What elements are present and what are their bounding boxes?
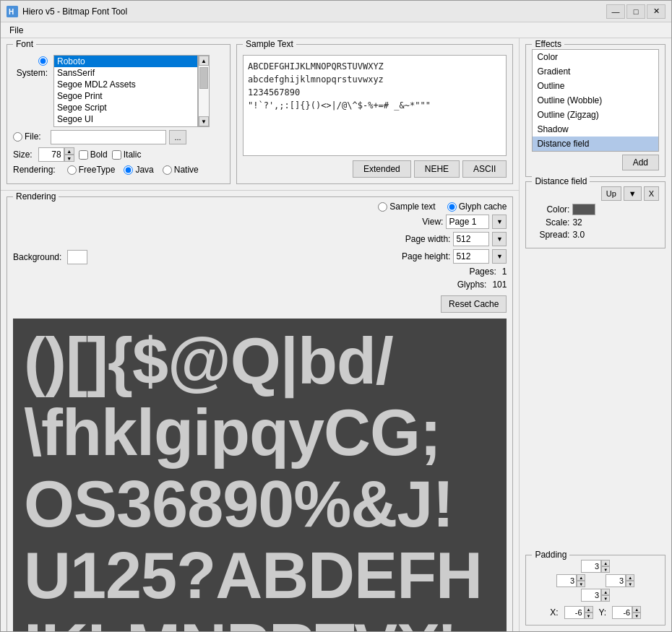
left-panel: Font System: Roboto SansSeri <box>1 38 520 631</box>
font-list-item[interactable]: Segoe Script <box>54 102 197 113</box>
x-spin-down[interactable]: ▼ <box>585 612 593 619</box>
ascii-button[interactable]: ASCII <box>462 160 507 178</box>
df-delete-button[interactable]: X <box>644 186 659 201</box>
padding-right-input-group: ▲ ▼ <box>606 574 634 587</box>
padding-top-up[interactable]: ▲ <box>601 560 610 566</box>
padding-top-input[interactable] <box>581 560 601 573</box>
bold-checkbox-label: Bold <box>79 150 108 160</box>
page-height-input[interactable] <box>453 249 489 264</box>
padding-bottom-input-group: ▲ ▼ <box>581 589 610 602</box>
file-path-input[interactable] <box>51 130 166 144</box>
padding-left-input[interactable] <box>556 574 577 587</box>
background-color-picker[interactable] <box>67 250 87 264</box>
scroll-thumb[interactable] <box>199 67 208 89</box>
effect-outline[interactable]: Outline <box>533 79 658 93</box>
java-radio[interactable] <box>124 165 133 175</box>
effect-shadow[interactable]: Shadow <box>533 122 658 137</box>
effect-distance-field[interactable]: Distance field <box>533 137 658 151</box>
glyphs-value: 101 <box>492 280 507 290</box>
sample-text-box[interactable]: ABCDEFGHIJKLMNOPQRSTUVWXYZ abcdefghijklm… <box>243 55 507 156</box>
view-input[interactable] <box>446 215 489 229</box>
italic-checkbox-label: Italic <box>112 150 142 160</box>
page-height-dropdown-btn[interactable]: ▼ <box>492 249 507 264</box>
font-list-item[interactable]: Segoe MDL2 Assets <box>54 79 197 90</box>
rendering-group-title: Rendering <box>13 191 59 202</box>
bold-checkbox[interactable] <box>79 150 88 160</box>
effect-outline-zigzag[interactable]: Outline (Zigzag) <box>533 108 658 122</box>
rendering-group: Rendering Background: Sample text <box>7 196 513 631</box>
padding-bottom-spin: ▲ ▼ <box>601 589 610 602</box>
file-radio[interactable] <box>13 132 22 142</box>
font-list-item[interactable]: Segoe Print <box>54 90 197 102</box>
effects-list: Color Gradient Outline Outline (Wobble) … <box>532 49 659 152</box>
extended-button[interactable]: Extended <box>353 160 411 178</box>
padding-left-up[interactable]: ▲ <box>577 574 585 581</box>
scroll-up-btn[interactable]: ▲ <box>199 56 209 66</box>
background-label: Background: <box>13 252 61 262</box>
sample-line-3: 1234567890 <box>248 86 501 99</box>
nehe-button[interactable]: NEHE <box>414 160 460 178</box>
y-spin-up[interactable]: ▲ <box>632 606 641 612</box>
size-input[interactable] <box>38 147 64 162</box>
size-input-group: ▲ ▼ <box>38 147 74 162</box>
maximize-button[interactable]: □ <box>626 4 645 19</box>
padding-left-down[interactable]: ▼ <box>577 581 585 587</box>
padding-right-input[interactable] <box>606 574 626 587</box>
freetype-radio[interactable] <box>67 165 77 175</box>
page-width-dropdown-btn[interactable]: ▼ <box>492 232 507 246</box>
font-list-scrollbar[interactable]: ▲ ▼ <box>198 55 210 127</box>
browse-button[interactable]: ... <box>169 130 186 144</box>
y-input[interactable] <box>612 606 632 619</box>
df-color-picker[interactable] <box>572 204 595 215</box>
view-dropdown-btn[interactable]: ▼ <box>492 215 507 229</box>
add-effect-button[interactable]: Add <box>622 155 659 170</box>
minimize-button[interactable]: — <box>606 4 625 19</box>
sample-text-view-radio[interactable] <box>378 202 387 212</box>
padding-bottom-input[interactable] <box>581 589 601 602</box>
padding-bottom-down[interactable]: ▼ <box>601 595 610 602</box>
padding-top-down[interactable]: ▼ <box>601 566 610 573</box>
scroll-down-btn[interactable]: ▼ <box>199 116 209 126</box>
df-down-button[interactable]: ▼ <box>624 186 642 201</box>
effect-color[interactable]: Color <box>533 50 658 64</box>
effect-gradient[interactable]: Gradient <box>533 64 658 79</box>
svg-text:H: H <box>9 8 14 16</box>
x-input[interactable] <box>564 606 585 619</box>
padding-right-up[interactable]: ▲ <box>626 574 634 581</box>
menu-file[interactable]: File <box>4 24 29 37</box>
rendering-radio-row: Rendering: FreeType Java Native <box>13 165 224 175</box>
right-panel: Effects Color Gradient Outline Outline (… <box>520 38 671 631</box>
padding-bottom-up[interactable]: ▲ <box>601 589 610 595</box>
x-spin-up[interactable]: ▲ <box>585 606 593 612</box>
reset-cache-button[interactable]: Reset Cache <box>441 295 507 313</box>
x-label: X: <box>550 607 558 618</box>
sample-line-1: ABCDEFGHIJKLMNOPQRSTUVWXYZ <box>248 60 501 73</box>
padding-right-spin: ▲ ▼ <box>626 574 634 587</box>
size-spin-down[interactable]: ▼ <box>64 155 74 162</box>
x-input-group: ▲ ▼ <box>564 606 593 619</box>
padding-top-spin: ▲ ▼ <box>601 560 610 573</box>
sample-text-radio-label: Sample text <box>378 202 435 212</box>
native-radio[interactable] <box>163 165 172 175</box>
pages-info-row: Pages: 1 <box>469 267 507 277</box>
padding-right-down[interactable]: ▼ <box>626 581 634 587</box>
glyph-cache-radio[interactable] <box>447 202 457 212</box>
padding-grid: ▲ ▼ ▲ ▼ <box>532 560 659 619</box>
sample-text-section: Sample Text ABCDEFGHIJKLMNOPQRSTUVWXYZ a… <box>236 44 513 184</box>
page-width-input[interactable] <box>453 232 489 246</box>
glyph-display: ()[]{$@Q|bd/\fhklgipqyCG;OS36890%&J!U125… <box>13 319 507 631</box>
effect-outline-wobble[interactable]: Outline (Wobble) <box>533 93 658 108</box>
italic-checkbox[interactable] <box>112 150 121 160</box>
df-up-button[interactable]: Up <box>601 186 621 201</box>
y-spin-down[interactable]: ▼ <box>632 612 641 619</box>
font-list-item[interactable]: SansSerif <box>54 67 197 79</box>
close-button[interactable]: ✕ <box>647 4 665 19</box>
font-list-item[interactable]: Roboto <box>54 56 197 67</box>
font-list-item[interactable]: Segoe UI <box>54 113 197 125</box>
system-radio[interactable] <box>38 56 48 66</box>
sample-btn-row: Extended NEHE ASCII <box>243 160 507 178</box>
file-font-row: File: ... <box>13 130 224 144</box>
page-height-row: Page height: ▼ <box>402 249 507 264</box>
font-list[interactable]: Roboto SansSerif Segoe MDL2 Assets Segoe… <box>53 55 198 127</box>
size-spin-up[interactable]: ▲ <box>64 147 74 155</box>
